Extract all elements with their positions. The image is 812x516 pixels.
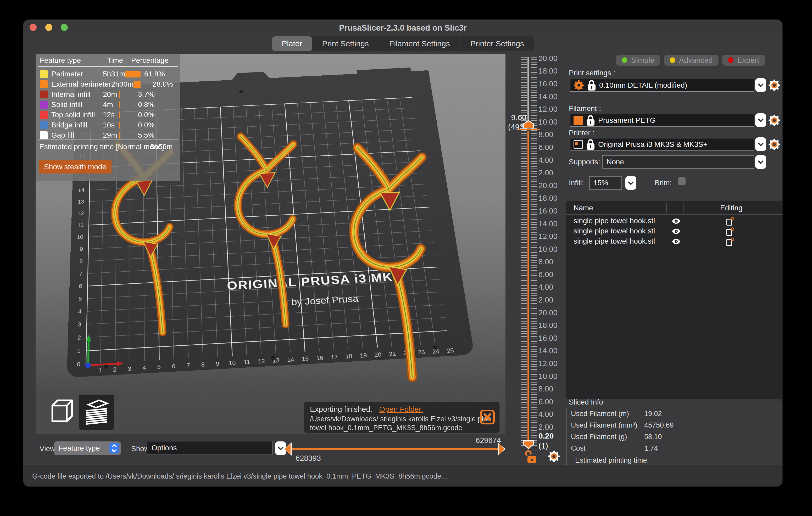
layer-slider[interactable]: 20.0018.0016.0014.0012.0010.008.006.004.… [514,55,563,486]
editing-column-header: Editing [720,204,743,212]
title-bar: PrusaSlicer-2.3.0 based on Slic3r [23,20,782,35]
legend-row[interactable]: Top solid infill 12s 0.0% [36,110,180,120]
tab-printer-settings[interactable]: Printer Settings [460,36,534,51]
sliced-info-label: Used Filament (mm³) [571,421,637,429]
app-window: PrusaSlicer-2.3.0 based on Slic3r Plater… [23,19,783,487]
preview-view-button[interactable] [79,395,114,430]
estimated-time-value: 8h56m [150,143,173,151]
view-select[interactable]: Feature type [54,442,121,455]
legend-row[interactable]: Bridge infill 10s 0.0% [36,120,180,130]
printer-dropdown-button[interactable] [755,138,766,151]
printer-label: Printer : [569,129,594,137]
visibility-eye-icon[interactable] [672,238,680,245]
object-list-header: Name Editing [566,201,783,215]
legend-row[interactable]: Solid infill 4m 0.8% [36,99,180,110]
move-slider-right-thumb[interactable] [498,443,505,456]
legend-rows: Perimeter 5h31m 61.8% External perimeter… [36,69,180,140]
chevron-down-icon [628,179,634,185]
legend-row[interactable]: External perimeter 2h30m 28.0% [36,79,180,89]
filament-edit-gear-button[interactable] [768,114,780,126]
legend-divider [38,66,178,67]
edit-object-icon[interactable] [726,217,734,225]
show-select[interactable]: Options [147,441,272,455]
edit-object-icon[interactable] [726,238,734,246]
slider-settings-gear-icon[interactable] [548,450,560,462]
move-slider-track[interactable] [290,448,499,450]
feature-percentage-bar [125,71,141,78]
printer-edit-gear-button[interactable] [768,139,780,150]
chevron-down-icon [758,81,764,87]
feature-time: 10s [103,121,119,129]
supports-label: Supports: [569,158,600,166]
object-rows: single pipe towel hook.stl single pipe t… [566,216,783,246]
mode-pill[interactable]: Simple [616,55,660,66]
object-row[interactable]: single pipe towel hook.stl [566,226,783,236]
object-row[interactable]: single pipe towel hook.stl [566,216,783,226]
right-sidebar: Simple Advanced Expert Print settings : … [566,54,783,486]
feature-percentage: 0.8% [138,100,155,109]
print-settings-edit-gear-button[interactable] [768,79,780,91]
legend-row[interactable]: Perimeter 5h31m 61.8% [36,69,180,79]
show-dropdown-button[interactable] [275,442,286,455]
notification-text: Exporting finished. [310,405,373,414]
move-slider-max-value: 629674 [475,436,501,445]
bottom-layer-height: 0.20 [539,431,554,441]
brim-checkbox[interactable] [678,177,686,185]
bottom-layer-number: (1) [539,442,548,450]
sliced-info-row: Cost 1.74 [567,444,781,453]
sliced-info-row: Used Filament (g) 58.10 [567,433,781,442]
infill-dropdown-button[interactable] [626,176,636,190]
unlock-icon[interactable] [526,451,538,463]
layer-slider-lower-thumb[interactable] [523,441,534,449]
close-notification-button[interactable] [480,410,495,424]
open-folder-link[interactable]: Open Folder. [379,405,423,414]
layer-ruler-ticks-right [531,57,537,447]
feature-label: Top solid infill [51,111,103,119]
sliced-info-row: Used Filament (mm³) 45750.69 [567,421,781,430]
editor-view-button[interactable] [41,395,77,430]
object-row[interactable]: single pipe towel hook.stl [566,236,783,246]
feature-color-chip [40,101,48,109]
layer-slider-track-upper[interactable] [527,57,529,124]
mode-switcher: Simple Advanced Expert [616,55,765,66]
mode-label: Simple [631,56,655,65]
print-settings-combo[interactable]: 0.10mm DETAIL (modified) [570,79,754,92]
mode-label: Advanced [679,56,713,65]
print-settings-dropdown-button[interactable] [755,78,766,92]
tab-plater[interactable]: Plater [272,36,312,51]
filament-combo[interactable]: Prusament PETG [570,114,754,127]
infill-value: 15% [593,179,608,187]
supports-select[interactable]: None [602,155,754,169]
feature-time: 20m [103,90,119,99]
feature-percentage: 61.8% [144,70,165,78]
mode-pill[interactable]: Expert [722,55,765,66]
infill-label: Infill: [569,179,584,187]
legend-row[interactable]: Internal infill 20m 3.7% [36,89,180,99]
feature-color-chip [40,91,48,98]
tab-print-settings[interactable]: Print Settings [312,36,379,51]
gcode-preview-viewport[interactable]: 1234567891011121314151617181920212223242… [36,54,505,434]
sliced-info-value: 45750.69 [644,421,674,429]
show-stealth-mode-button[interactable]: Show stealth mode [39,160,112,174]
print-settings-value: 0.10mm DETAIL (modified) [599,81,687,90]
filament-color-swatch [574,116,583,125]
filament-dropdown-button[interactable] [755,113,766,127]
feature-label: Solid infill [51,100,103,109]
sliced-info-panel: Used Filament (m) 19.02 Used Filament (m… [566,406,781,476]
mode-dot-icon [728,57,734,63]
feature-percentage-bar [119,91,120,98]
supports-dropdown-button[interactable] [755,155,766,169]
layer-slider-track-lower[interactable] [527,131,529,444]
tab-filament-settings[interactable]: Filament Settings [379,36,460,51]
feature-legend-panel: Feature type Time Percentage Perimeter 5… [36,54,180,181]
brim-label: Brim: [655,179,672,187]
visibility-eye-icon[interactable] [672,218,680,224]
printer-combo[interactable]: Original Prusa i3 MK3S & MK3S+ [570,138,754,151]
estimated-time-label: Estimated printing time [Normal mode]: [39,143,166,151]
infill-select[interactable]: 15% [589,176,622,190]
feature-percentage: 28.0% [152,80,173,88]
visibility-eye-icon[interactable] [672,228,680,235]
mode-pill[interactable]: Advanced [664,55,719,66]
cube-icon [45,398,73,426]
edit-object-icon[interactable] [726,227,734,236]
